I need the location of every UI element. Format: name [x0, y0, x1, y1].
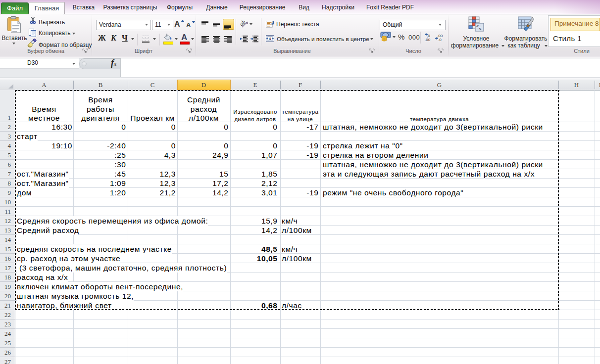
svg-text:=>: => — [476, 27, 482, 32]
svg-text:,00: ,00 — [425, 38, 431, 41]
svg-text:a: a — [269, 36, 271, 41]
svg-text:,0: ,0 — [438, 38, 442, 41]
